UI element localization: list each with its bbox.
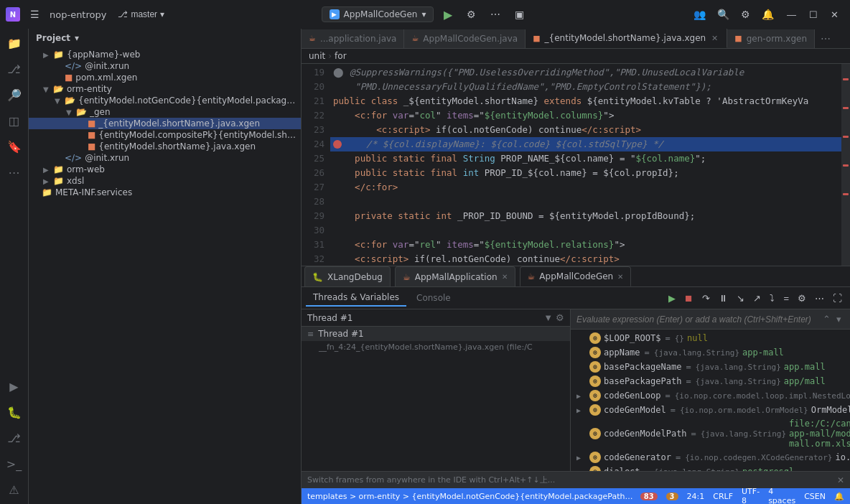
stop-button[interactable]: ⏹ bbox=[681, 291, 697, 306]
expand-icon[interactable]: ▶ bbox=[576, 392, 587, 400]
expression-input[interactable] bbox=[576, 314, 820, 325]
maximize-button[interactable]: ☐ bbox=[803, 6, 823, 23]
language[interactable]: CSEN bbox=[804, 492, 826, 501]
expression-expand-button[interactable]: ⌃ bbox=[820, 312, 833, 326]
debug-tab-appmall-codegen[interactable]: ☕ AppMallCodeGen ✕ bbox=[520, 266, 632, 286]
error-stripe-panel bbox=[841, 64, 850, 266]
java-file-icon: ☕ bbox=[411, 34, 419, 43]
debug-tab-close-button[interactable]: ✕ bbox=[502, 273, 508, 281]
search-everywhere-button[interactable]: 🔍 bbox=[713, 6, 734, 23]
sidebar-item-vcs[interactable]: ⎇ bbox=[3, 57, 26, 80]
expand-icon[interactable]: ▶ bbox=[576, 406, 587, 414]
sidebar-item-more[interactable]: ⋯ bbox=[3, 161, 26, 184]
minimize-button[interactable]: — bbox=[781, 6, 802, 23]
debug-tab-xlang[interactable]: 🐛 XLangDebug bbox=[304, 266, 391, 286]
settings-gear-button[interactable]: ⚙ bbox=[737, 6, 755, 23]
cursor-position[interactable]: 24:1 bbox=[687, 492, 705, 501]
warning-count[interactable]: 3 bbox=[666, 492, 678, 501]
tree-label: @init.xrun bbox=[85, 61, 129, 71]
var-item-appname[interactable]: ⊙ appName = {java.lang.String} app-mall bbox=[571, 345, 850, 360]
project-chevron-icon: ▾ bbox=[75, 33, 79, 43]
tree-item-xdsl[interactable]: ▶ 📁 xdsl bbox=[29, 175, 301, 187]
debug-tab-appmall-app[interactable]: ☕ AppMallApplication ✕ bbox=[395, 266, 515, 286]
var-item-codegenerator[interactable]: ▶ ⊙ codeGenerator = {io.nop.codegen.XCod… bbox=[571, 450, 850, 465]
threads-label: Thread #1 bbox=[307, 313, 541, 323]
threads-vars-tab[interactable]: Threads & Variables bbox=[306, 289, 406, 307]
sidebar-item-problems[interactable]: ⚠ bbox=[3, 478, 26, 501]
sidebar-item-run[interactable]: ▶ bbox=[3, 375, 26, 398]
tabs-overflow-button[interactable]: ⋯ bbox=[815, 30, 836, 47]
tree-item-shortname2[interactable]: ■ {entityModel.shortName}.java.xgen bbox=[29, 141, 301, 152]
debug-tab-close-button[interactable]: ✕ bbox=[617, 273, 623, 281]
error-count[interactable]: 83 bbox=[640, 492, 658, 501]
debug-more-button[interactable]: ⋯ bbox=[811, 291, 828, 306]
var-item-codegenloop[interactable]: ▶ ⊙ codeGenLoop = {io.nop.core.model.loo… bbox=[571, 388, 850, 403]
sidebar-item-debug[interactable]: 🐛 bbox=[3, 401, 26, 424]
var-item-codegenmodelpath[interactable]: ⊙ codeGenModelPath = {java.lang.String} … bbox=[571, 417, 850, 450]
var-item-dialect[interactable]: ⊙ dialect = {java.lang.String} postgresq… bbox=[571, 465, 850, 471]
indent-size[interactable]: 4 spaces bbox=[768, 487, 795, 504]
settings-button[interactable]: ⚙ bbox=[462, 6, 480, 23]
encoding[interactable]: UTF-8 bbox=[742, 487, 760, 504]
notification-icon[interactable]: 🔔 bbox=[834, 492, 844, 501]
notifications-button[interactable]: 🔔 bbox=[757, 6, 778, 23]
tab-gen-orm-xgen[interactable]: ■ gen-orm.xgen bbox=[727, 29, 815, 48]
breadcrumb-unit[interactable]: unit bbox=[309, 51, 325, 61]
tree-item-pom[interactable]: ■ pom.xml.xgen bbox=[29, 72, 301, 83]
var-item-codegenmodel[interactable]: ▶ ⊙ codeGenModel = {io.nop.orm.model.Orm… bbox=[571, 403, 850, 417]
var-item-loop-root[interactable]: ⊙ $LOOP_ROOT$ = {} null bbox=[571, 331, 850, 345]
tab-close-button[interactable]: ✕ bbox=[710, 34, 719, 43]
step-into-button[interactable]: ↘ bbox=[733, 291, 748, 306]
expand-panel-button[interactable]: ⛶ bbox=[829, 291, 846, 306]
file-tree: ▶ 📁 {appName}-web </> @init.xrun ■ pom.x… bbox=[29, 47, 301, 504]
console-tab[interactable]: Console bbox=[409, 290, 458, 306]
hamburger-menu[interactable]: ☰ bbox=[26, 6, 44, 23]
run-config-selector[interactable]: ▶ AppMallCodeGen ▾ bbox=[322, 6, 434, 22]
expression-chevron-button[interactable]: ▾ bbox=[833, 312, 844, 326]
pause-button[interactable]: ⏸ bbox=[715, 291, 732, 306]
thread-item[interactable]: ≡ Thread #1 bbox=[302, 327, 570, 341]
title-bar: N ☰ nop-entropy ⎇ master ▾ ▶ AppMallCode… bbox=[0, 0, 850, 29]
tab-entity-shortname-xgen[interactable]: ■ _{entityModel.shortName}.java.xgen ✕ bbox=[526, 29, 727, 48]
step-over-button[interactable]: ↷ bbox=[699, 291, 714, 306]
sidebar-item-project[interactable]: 📁 bbox=[3, 32, 26, 55]
debug-settings-button[interactable]: ⚙ bbox=[794, 291, 810, 306]
sidebar-item-terminal[interactable]: >_ bbox=[3, 452, 26, 475]
tree-item-entity-shortname[interactable]: ■ _{entityModel.shortName}.java.xgen bbox=[29, 118, 301, 129]
sidebar-item-git[interactable]: ⎇ bbox=[3, 426, 26, 449]
var-item-basepackagename[interactable]: ⊙ basePackageName = {java.lang.String} a… bbox=[571, 360, 850, 374]
tree-item-orm-web[interactable]: ▶ 📁 orm-web bbox=[29, 164, 301, 175]
tree-item-init-xrun2[interactable]: </> @init.xrun bbox=[29, 152, 301, 164]
close-button[interactable]: ✕ bbox=[825, 6, 844, 23]
sidebar-item-bookmarks[interactable]: 🔖 bbox=[3, 135, 26, 158]
layout-button[interactable]: ▣ bbox=[510, 6, 528, 23]
var-item-basepackagepath[interactable]: ⊙ basePackagePath = {java.lang.String} a… bbox=[571, 374, 850, 388]
breadcrumb-for[interactable]: for bbox=[335, 51, 347, 61]
tree-item-gen[interactable]: ▼ 📂 _gen bbox=[29, 106, 301, 118]
tree-item-composite-pk[interactable]: ■ {entityModel.compositePk}{entityModel.… bbox=[29, 129, 301, 141]
call-frame[interactable]: __fn_4:24_{entityModel.shortName}.java.x… bbox=[302, 341, 570, 353]
code-content[interactable]: ⬤ @SuppressWarnings({"PMD.UselessOverrid… bbox=[330, 64, 841, 266]
resume-button[interactable]: ▶ bbox=[665, 291, 679, 306]
tree-item-entity-package[interactable]: ▼ 📂 {entityModel.notGenCode}{entityModel… bbox=[29, 95, 301, 106]
run-button[interactable]: ▶ bbox=[439, 5, 457, 24]
step-out-button[interactable]: ↗ bbox=[749, 291, 765, 306]
tree-item-appname-web[interactable]: ▶ 📁 {appName}-web bbox=[29, 49, 301, 60]
more-run-options[interactable]: ⋯ bbox=[486, 6, 505, 23]
tab-application-java[interactable]: ☕ ...application.java bbox=[302, 29, 404, 48]
thread-filter-button[interactable]: ▼ bbox=[543, 312, 553, 323]
collab-icon[interactable]: 👥 bbox=[689, 6, 710, 23]
branch-selector[interactable]: ⎇ master ▾ bbox=[112, 6, 170, 22]
tab-appmall-codegen[interactable]: ☕ AppMallCodeGen.java bbox=[404, 29, 526, 48]
notification-close-button[interactable]: ✕ bbox=[837, 475, 844, 485]
tree-item-orm-entity[interactable]: ▼ 📂 orm-entity bbox=[29, 83, 301, 95]
tree-item-meta-inf[interactable]: 📁 META-INF.services bbox=[29, 187, 301, 198]
sidebar-item-search[interactable]: 🔎 bbox=[3, 83, 26, 106]
thread-settings-button[interactable]: ⚙ bbox=[556, 312, 564, 323]
run-to-cursor-button[interactable]: ⤵ bbox=[766, 291, 778, 306]
sidebar-item-structure[interactable]: ◫ bbox=[3, 109, 26, 132]
expand-icon[interactable]: ▶ bbox=[576, 454, 587, 462]
tree-item-init-xrun[interactable]: </> @init.xrun bbox=[29, 60, 301, 72]
evaluate-button[interactable]: = bbox=[780, 291, 793, 306]
line-ending[interactable]: CRLF bbox=[713, 492, 733, 501]
